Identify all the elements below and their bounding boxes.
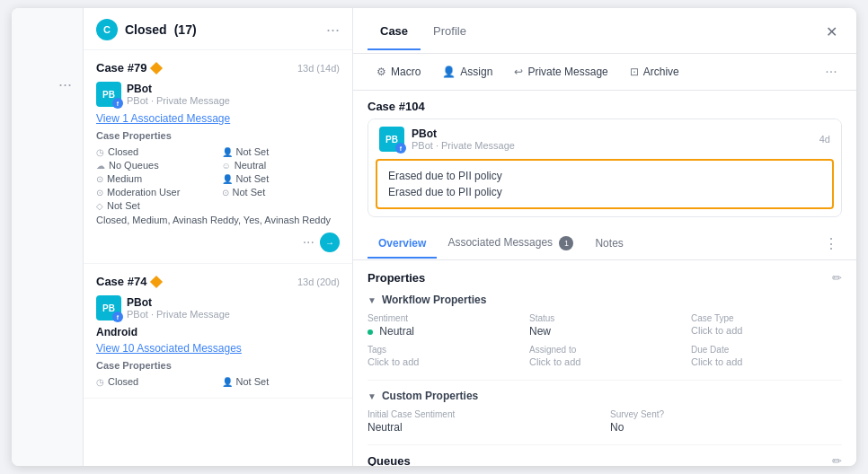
case-card-79[interactable]: Case #79 13d (14d) PB f PBot PBot · Priv… (84, 50, 352, 264)
properties-edit-icon[interactable]: ✏ (832, 271, 842, 285)
case-74-agent-name: PBot (127, 296, 340, 309)
archive-button[interactable]: ⊡ Archive (621, 61, 688, 83)
detail-toolbar: ⚙ Macro 👤 Assign ↩ Private Message ⊡ Arc… (353, 54, 856, 91)
avatar-badge-74: f (112, 312, 123, 322)
survey-sent-label: Survey Sent? (610, 409, 842, 419)
case-74-agent-row: PB f PBot PBot · Private Message (96, 295, 340, 320)
case-74-number: Case #74 (96, 275, 161, 288)
workflow-title: Workflow Properties (382, 294, 486, 306)
tab-associated-messages[interactable]: Associated Messages 1 (437, 229, 584, 259)
group-count: (17) (174, 22, 197, 37)
assign-icon: 👤 (442, 66, 456, 78)
case-card-74[interactable]: Case #74 13d (20d) PB f PBot PBot · Priv… (84, 264, 352, 399)
assigned-to-value[interactable]: Click to add (529, 356, 680, 367)
diamond-icon-79 (150, 61, 163, 74)
prop-74-text-2: Not Set (236, 376, 270, 387)
prop-status: Status New (529, 313, 680, 338)
workflow-subsection[interactable]: ▼ Workflow Properties (368, 294, 842, 306)
group-dots-menu[interactable]: ··· (326, 21, 340, 40)
prop-text-5: Not Set (236, 173, 270, 184)
prop-icon-1: 👤 (222, 147, 233, 157)
detail-panel: Case Profile ✕ ⚙ Macro 👤 Assign ↩ Privat… (353, 8, 856, 466)
case-79-footer: ··· → (96, 233, 340, 252)
case-74-message-text: Android (96, 326, 340, 338)
tab-profile[interactable]: Profile (421, 24, 479, 50)
prop-initial-sentiment: Initial Case Sentiment Neutral (368, 409, 599, 434)
prop-icon-6: ⊙ (96, 188, 103, 198)
message-time: 4d (819, 134, 830, 145)
prop-74-not-set: 👤 Not Set (222, 376, 341, 387)
case-79-time: 13d (14d) (297, 63, 340, 74)
case-74-props-label: Case Properties (96, 360, 340, 371)
status-label: Status (529, 313, 680, 323)
prop-text-7: Not Set (233, 187, 266, 198)
case-79-agent-name: PBot (127, 83, 340, 95)
case-74-props-grid: ◷ Closed 👤 Not Set (96, 376, 340, 387)
case-74-agent-sub: PBot · Private Message (127, 309, 340, 320)
tab-overview[interactable]: Overview (368, 230, 437, 259)
case-79-forward-btn[interactable]: → (320, 233, 340, 252)
prop-icon-7: ⊙ (222, 188, 229, 198)
tags-value[interactable]: Click to add (368, 356, 518, 367)
due-date-value[interactable]: Click to add (691, 356, 842, 367)
private-message-button[interactable]: ↩ Private Message (505, 61, 616, 83)
archive-icon: ⊡ (630, 66, 639, 78)
case-79-agent-info: PBot PBot · Private Message (127, 83, 340, 106)
prop-text-1: Not Set (236, 146, 270, 157)
prop-icon-8: ◇ (96, 201, 103, 211)
queues-edit-icon[interactable]: ✏ (832, 454, 842, 466)
message-avatar-badge: f (395, 143, 406, 154)
case-list: C Closed (17) ··· Case #79 13d (14d) PB … (84, 8, 353, 466)
case-79-footer-dots[interactable]: ··· (303, 234, 314, 250)
detail-content: Properties ✏ ▼ Workflow Properties Senti… (353, 260, 856, 466)
prop-case-type: Case Type Click to add (691, 313, 842, 338)
prop-neutral: ☺ Neutral (222, 160, 341, 171)
message-agent-sub: PBot · Private Message (412, 140, 812, 151)
case-79-agent-sub: PBot · Private Message (127, 95, 340, 106)
inner-tabs-row: Overview Associated Messages 1 Notes ⋮ (353, 228, 856, 260)
custom-subsection[interactable]: ▼ Custom Properties (368, 390, 842, 402)
macro-icon: ⚙ (376, 66, 386, 78)
queues-section-header: Queues ✏ (368, 454, 842, 466)
prop-moderation-user: ⊙ Moderation User (96, 187, 215, 198)
prop-icon-2: ☁ (96, 161, 105, 171)
assign-button[interactable]: 👤 Assign (433, 61, 501, 83)
tab-case[interactable]: Case (368, 24, 421, 50)
prop-text-3: Neutral (235, 160, 266, 171)
workflow-chevron: ▼ (368, 295, 376, 305)
archive-label: Archive (643, 66, 679, 78)
sidebar-dots[interactable]: ··· (58, 75, 72, 94)
tags-label: Tags (368, 345, 518, 355)
inner-tab-dots[interactable]: ⋮ (820, 228, 842, 259)
detail-header: Case Profile ✕ (353, 8, 856, 54)
case-79-link[interactable]: View 1 Associated Message (96, 112, 340, 125)
macro-button[interactable]: ⚙ Macro (368, 61, 430, 83)
message-agent-name: PBot (412, 127, 812, 140)
prop-text-4: Medium (107, 173, 142, 184)
case-74-link[interactable]: View 10 Associated Messages (96, 342, 340, 355)
prop-due-date: Due Date Click to add (691, 345, 842, 367)
divider-2 (368, 444, 842, 445)
close-button[interactable]: ✕ (820, 21, 842, 42)
properties-title: Properties (368, 271, 425, 285)
divider-1 (368, 380, 842, 381)
macro-label: Macro (391, 66, 421, 78)
sentiment-label: Sentiment (368, 313, 518, 323)
prop-survey-sent: Survey Sent? No (610, 409, 842, 434)
prop-text-6: Moderation User (107, 187, 180, 198)
prop-74-icon-2: 👤 (222, 377, 233, 387)
case-79-agent-avatar: PB f (96, 82, 121, 107)
case-74-time: 13d (20d) (297, 276, 340, 287)
assign-label: Assign (460, 66, 492, 78)
toolbar-more[interactable]: ··· (820, 61, 842, 83)
prop-text-closed: Closed (108, 146, 138, 157)
diamond-icon-74 (150, 275, 163, 287)
case-type-value[interactable]: Click to add (691, 325, 842, 336)
message-body: Erased due to PII policy Erased due to P… (376, 159, 834, 209)
initial-sentiment-label: Initial Case Sentiment (368, 409, 599, 419)
tab-notes[interactable]: Notes (584, 230, 633, 259)
avatar-badge: f (112, 98, 123, 109)
prop-icon-closed: ◷ (96, 147, 104, 157)
properties-section-header: Properties ✏ (368, 271, 842, 285)
detail-message-card: PB f PBot PBot · Private Message 4d Eras… (368, 118, 842, 217)
